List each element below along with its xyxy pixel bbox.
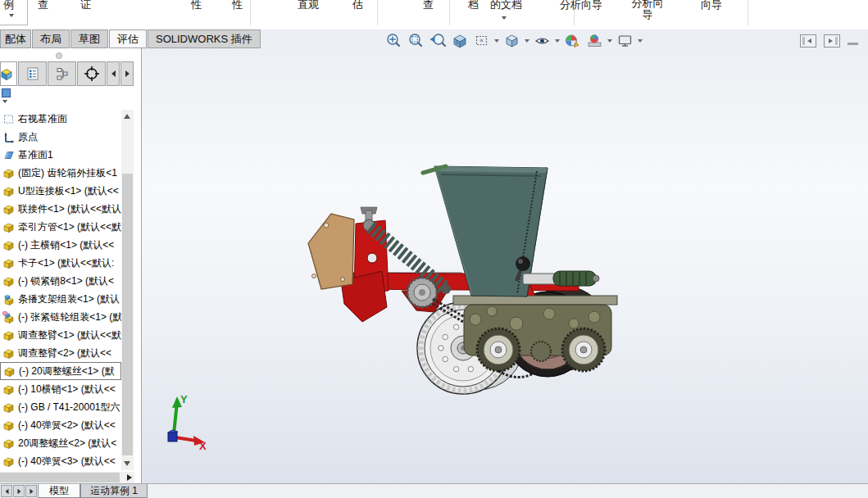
tab-configuration-manager[interactable] bbox=[48, 61, 76, 86]
tree-item[interactable]: 调查整臂<1> (默认<<默 bbox=[0, 326, 121, 344]
tab-layout[interactable]: 布局 bbox=[32, 29, 70, 48]
tree-item[interactable]: 原点 bbox=[0, 128, 121, 146]
ribbon-label[interactable]: 直观 bbox=[298, 0, 319, 12]
scrollbar-thumb[interactable] bbox=[0, 473, 120, 482]
ribbon: 例 查 证 性 性 直观 估 查 档 的文档 分析向导 分析向导 向导 bbox=[0, 0, 868, 29]
graphics-area[interactable]: Y X bbox=[142, 29, 868, 483]
part-icon bbox=[2, 185, 15, 197]
tree-item[interactable]: 联接件<1> (默认<<默认 bbox=[0, 200, 121, 218]
chevron-down-icon[interactable] bbox=[494, 39, 499, 43]
scroll-up-icon[interactable] bbox=[124, 114, 130, 119]
tab-solidworks-addins[interactable]: SOLIDWORKS 插件 bbox=[148, 29, 261, 48]
tab-model[interactable]: 模型 bbox=[38, 484, 80, 498]
panel-tab-scroll-right[interactable] bbox=[120, 61, 134, 86]
part-icon bbox=[3, 365, 16, 378]
chevron-down-icon[interactable] bbox=[2, 100, 7, 103]
assembly-icon bbox=[2, 293, 15, 306]
tree-item[interactable]: (-) GB / T41-20001型六 bbox=[0, 398, 121, 416]
next-study-tab-button[interactable] bbox=[13, 485, 25, 497]
tree-item[interactable]: (-) 40弹簧<3> (默认<< bbox=[0, 452, 121, 470]
tree-item-selected[interactable]: (-) 20调整螺丝<1> (默 bbox=[0, 362, 121, 380]
tree-item[interactable]: 右视基准面 bbox=[0, 110, 121, 128]
zoom-to-fit-icon[interactable] bbox=[384, 32, 402, 50]
chevron-down-icon bbox=[9, 14, 14, 17]
tree-item[interactable]: 基准面1 bbox=[0, 146, 121, 164]
panel-tab-scroll-left[interactable] bbox=[107, 61, 120, 86]
pane-controls bbox=[800, 34, 858, 48]
tree-root-icon[interactable] bbox=[2, 88, 11, 97]
annotation-views-icon[interactable] bbox=[473, 32, 491, 50]
ribbon-label[interactable]: 档 bbox=[468, 0, 479, 12]
tree-item[interactable]: (-) 张紧链轮组装<1> (默 bbox=[0, 308, 121, 326]
tree-item[interactable]: 20调整螺丝<2> (默认< bbox=[0, 434, 121, 452]
tree-vertical-scrollbar[interactable] bbox=[121, 110, 134, 470]
part-icon bbox=[2, 239, 15, 251]
tree-item[interactable]: (-) 锁紧销8<1> (默认< bbox=[0, 272, 121, 290]
scrollbar-thumb[interactable] bbox=[122, 174, 133, 455]
scroll-right-icon[interactable] bbox=[127, 474, 132, 481]
part-icon bbox=[2, 203, 15, 215]
tab-sketch[interactable]: 草图 bbox=[70, 29, 108, 48]
part-icon bbox=[2, 347, 15, 360]
part-icon bbox=[2, 401, 15, 414]
ribbon-label[interactable]: 分析向导 bbox=[560, 0, 602, 12]
first-study-tab-button[interactable] bbox=[1, 485, 12, 497]
command-manager-tabs: 配体 布局 草图 评估 SOLIDWORKS 插件 bbox=[0, 29, 261, 48]
ribbon-label[interactable]: 查 bbox=[38, 0, 48, 12]
tree-item[interactable]: 牵引方管<1> (默认<<默 bbox=[0, 218, 121, 236]
axis-y-label: Y bbox=[180, 393, 188, 405]
apply-scene-icon[interactable] bbox=[586, 32, 604, 50]
tab-dimxpert[interactable] bbox=[77, 61, 106, 86]
tab-assembly[interactable]: 配体 bbox=[0, 29, 31, 48]
ribbon-separator bbox=[250, 0, 251, 25]
tree-item[interactable]: 调查整臂<2> (默认<< bbox=[0, 344, 121, 362]
collapse-left-pane-icon[interactable] bbox=[800, 34, 816, 48]
collapse-right-pane-icon[interactable] bbox=[824, 34, 840, 48]
panel-splitter-handle[interactable] bbox=[56, 52, 62, 59]
chevron-down-icon[interactable] bbox=[638, 39, 643, 43]
tab-property-manager[interactable] bbox=[18, 61, 47, 86]
property-manager-icon bbox=[25, 66, 40, 81]
hide-show-items-icon[interactable] bbox=[534, 32, 552, 50]
ribbon-label[interactable]: 向导 bbox=[701, 0, 722, 12]
ribbon-label[interactable]: 分析向导 bbox=[628, 0, 667, 20]
section-view-icon[interactable] bbox=[451, 32, 469, 50]
tab-evaluate[interactable]: 评估 bbox=[109, 29, 147, 48]
edit-appearance-icon[interactable] bbox=[564, 32, 582, 50]
zoom-to-area-icon[interactable] bbox=[407, 32, 425, 50]
ribbon-label[interactable]: 的文档 bbox=[490, 0, 522, 12]
chevron-down-icon[interactable] bbox=[607, 39, 612, 43]
tree-item[interactable]: 卡子<1> (默认<<默认: bbox=[0, 254, 121, 272]
view-settings-icon[interactable] bbox=[616, 32, 634, 50]
ribbon-separator bbox=[377, 0, 378, 25]
axis-x-label: X bbox=[199, 440, 207, 450]
tab-feature-tree[interactable] bbox=[0, 61, 17, 86]
tree-item[interactable]: (-) 10横销<1> (默认<< bbox=[0, 380, 121, 398]
ribbon-label[interactable]: 性 bbox=[232, 0, 243, 12]
study-tab-nav bbox=[1, 485, 37, 497]
previous-view-icon[interactable] bbox=[429, 32, 447, 50]
tree-item[interactable]: (固定) 齿轮箱外挂板<1 bbox=[0, 164, 121, 182]
tree-item[interactable]: (-) 40弹簧<2> (默认<< bbox=[0, 416, 121, 434]
configuration-manager-icon bbox=[55, 66, 70, 81]
chevron-down-icon[interactable] bbox=[555, 39, 560, 43]
ribbon-label[interactable]: 证 bbox=[80, 0, 91, 12]
ribbon-separator bbox=[748, 0, 748, 25]
minimize-bar-icon[interactable] bbox=[848, 43, 858, 45]
tree-horizontal-scrollbar[interactable] bbox=[0, 472, 134, 483]
tab-motion-study-1[interactable]: 运动算例 1 bbox=[80, 484, 148, 498]
ribbon-label[interactable]: 性 bbox=[191, 0, 202, 12]
part-icon bbox=[2, 275, 15, 287]
ribbon-label[interactable]: 估 bbox=[352, 0, 363, 12]
tree-item[interactable]: 条播支架组装<1> (默认 bbox=[0, 290, 121, 308]
tree-item[interactable]: U型连接板<1> (默认<< bbox=[0, 182, 121, 200]
last-study-tab-button[interactable] bbox=[25, 485, 37, 497]
chevron-down-icon[interactable] bbox=[525, 39, 529, 43]
origin-icon bbox=[2, 131, 15, 143]
ribbon-gallery-button[interactable]: 例 bbox=[0, 0, 28, 25]
headsup-toolbar bbox=[384, 32, 643, 50]
scroll-down-icon[interactable] bbox=[124, 461, 130, 466]
view-orientation-icon[interactable] bbox=[503, 32, 521, 50]
tree-item[interactable]: (-) 主横销<1> (默认<< bbox=[0, 236, 121, 254]
ribbon-label[interactable]: 查 bbox=[423, 0, 434, 12]
